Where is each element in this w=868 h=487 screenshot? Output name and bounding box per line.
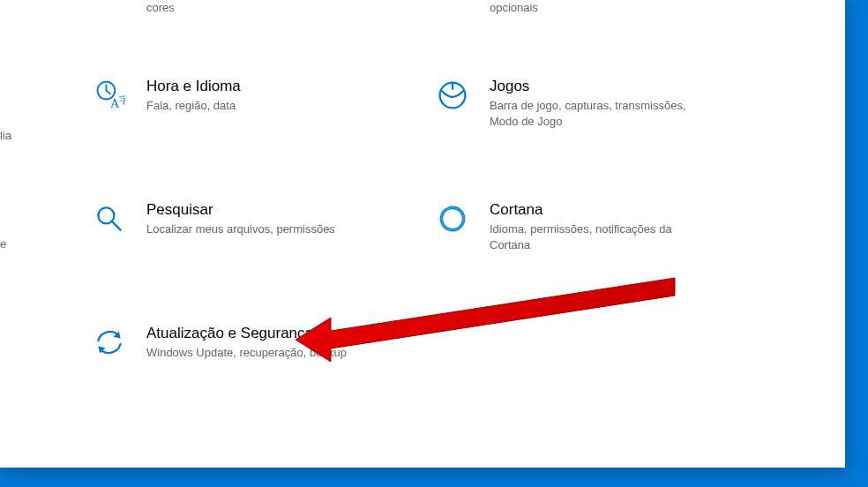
search-icon	[92, 201, 127, 236]
category-desc: Fala, região, data	[146, 98, 241, 114]
update-security-icon	[92, 325, 127, 360]
category-desc: Windows Update, recuperação, backup	[146, 345, 347, 361]
svg-text:字: 字	[119, 94, 125, 105]
truncated-text-cores: cores	[146, 0, 175, 16]
svg-line-5	[112, 221, 121, 230]
gaming-icon	[435, 78, 470, 113]
category-title: Jogos	[490, 78, 708, 95]
category-desc: Idioma, permissões, notificações da Cort…	[490, 221, 708, 253]
category-cortana[interactable]: Cortana Idioma, permissões, notificações…	[435, 201, 708, 253]
category-desc: Localizar meus arquivos, permissões	[146, 221, 335, 237]
truncated-text-opcionais: opcionais	[490, 0, 538, 16]
settings-content: cores opcionais lia e A 字 Hora e Idioma …	[0, 0, 845, 468]
category-title: Pesquisar	[146, 201, 335, 219]
cortana-icon	[435, 201, 470, 236]
settings-window: cores opcionais lia e A 字 Hora e Idioma …	[0, 0, 845, 468]
category-search[interactable]: Pesquisar Localizar meus arquivos, permi…	[92, 201, 365, 237]
svg-point-7	[441, 207, 463, 229]
category-update-security[interactable]: Atualização e Segurança Windows Update, …	[92, 325, 365, 361]
category-time-language[interactable]: A 字 Hora e Idioma Fala, região, data	[92, 78, 365, 114]
category-title: Hora e Idioma	[146, 78, 241, 95]
truncated-text-lia: lia	[0, 128, 11, 144]
truncated-text-e: e	[0, 236, 6, 252]
category-title: Atualização e Segurança	[146, 325, 347, 342]
category-gaming[interactable]: Jogos Barra de jogo, capturas, transmiss…	[435, 78, 708, 130]
category-desc: Barra de jogo, capturas, transmissões, M…	[490, 98, 708, 130]
time-language-icon: A 字	[92, 78, 127, 113]
category-title: Cortana	[490, 201, 708, 219]
